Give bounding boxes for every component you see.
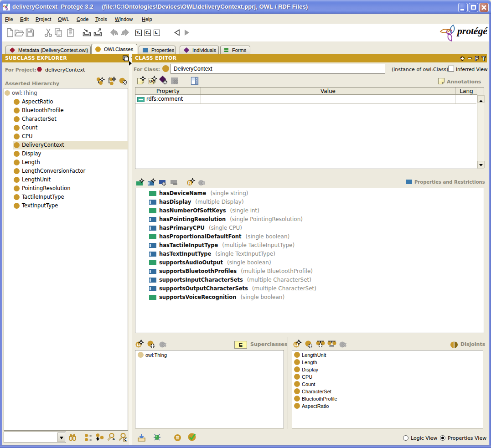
- add-disjoint-siblings-icon[interactable]: [315, 339, 326, 350]
- tree-row[interactable]: LengthUnit: [5, 175, 127, 184]
- tree-row[interactable]: BluetoothProfile: [5, 106, 127, 115]
- tree-row[interactable]: CharacterSet: [5, 115, 127, 124]
- disjoint-row[interactable]: Count: [292, 381, 481, 388]
- column-header-lang[interactable]: Lang: [455, 88, 477, 95]
- annotations-scrollbar[interactable]: [477, 95, 484, 169]
- tab-metadata[interactable]: Metadata (DeliveryContext.owl): [5, 46, 91, 54]
- infer-types-icon[interactable]: [174, 434, 181, 442]
- instance-browser-icon[interactable]: I▸: [154, 30, 160, 36]
- create-object-property-icon[interactable]: [147, 178, 157, 188]
- property-row[interactable]: supportsOutputCharacterSets(multiple Cha…: [135, 284, 484, 293]
- bottom-panel-divider[interactable]: [288, 337, 288, 429]
- redo-icon[interactable]: [120, 28, 129, 37]
- tree-row[interactable]: PointingResolution: [5, 184, 127, 193]
- open-project-icon[interactable]: [14, 28, 24, 37]
- property-row[interactable]: hasDeviceName(single string): [135, 189, 484, 198]
- property-row[interactable]: supportsAudioOutput(single boolean): [135, 258, 484, 267]
- property-row[interactable]: supportsBluetoothProfiles(multiple Bluet…: [135, 267, 484, 276]
- binoculars-search-icon[interactable]: [68, 433, 77, 442]
- tab-properties[interactable]: Properties: [139, 46, 176, 54]
- tree-row[interactable]: CPU: [5, 132, 127, 141]
- tab-individuals[interactable]: Individuals: [180, 46, 219, 54]
- create-datatype-property-icon[interactable]: [135, 178, 145, 188]
- delete-annotation-icon[interactable]: [170, 76, 180, 86]
- menu-edit[interactable]: Edit: [20, 14, 29, 24]
- logic-view-radio[interactable]: [403, 435, 408, 441]
- property-row[interactable]: hasDisplay(multiple Display): [135, 198, 484, 206]
- remove-property-icon[interactable]: [170, 178, 180, 188]
- header-plus-icon[interactable]: +: [459, 55, 466, 62]
- class-search-combobox[interactable]: [4, 432, 66, 443]
- tree-row[interactable]: Display: [5, 149, 127, 158]
- save-inferred-icon[interactable]: [137, 433, 146, 442]
- find-class-icon[interactable]: a: [106, 433, 116, 442]
- superclass-row[interactable]: owl:Thing: [135, 351, 284, 359]
- column-header-value[interactable]: Value: [201, 88, 455, 95]
- header-f-icon[interactable]: F: [473, 55, 481, 62]
- create-subclass-icon[interactable]: [108, 76, 117, 86]
- disjoint-row[interactable]: LengthUnit: [292, 351, 481, 359]
- new-project-icon[interactable]: [5, 28, 15, 37]
- disjoint-row[interactable]: CPU: [292, 373, 481, 381]
- maximize-button[interactable]: [469, 3, 478, 12]
- menu-owl[interactable]: OWL: [58, 14, 69, 24]
- property-row[interactable]: hasTactileInputType(multiple TactileInpu…: [135, 241, 484, 250]
- menu-tools[interactable]: Tools: [95, 14, 107, 24]
- close-button[interactable]: [479, 3, 489, 12]
- add-annotation-property-icon[interactable]: [159, 76, 169, 86]
- annotation-row[interactable]: rdfs:comment: [135, 95, 476, 104]
- header-minus-icon[interactable]: −: [466, 55, 473, 62]
- property-row[interactable]: hasNumberOfSoftKeys(single int): [135, 206, 484, 215]
- panel-splitter[interactable]: [129, 54, 132, 445]
- inferred-view-checkbox[interactable]: [448, 66, 454, 72]
- find-class-c-icon[interactable]: C: [118, 433, 127, 442]
- add-superclass-class-icon[interactable]: [134, 339, 145, 350]
- tree-row[interactable]: Length: [5, 158, 127, 167]
- paste-icon[interactable]: [66, 28, 75, 37]
- property-row[interactable]: hasPrimaryCPU(single CPU): [135, 224, 484, 232]
- tree-row[interactable]: TextInputType: [5, 201, 127, 210]
- disjoint-row[interactable]: Length: [292, 359, 481, 366]
- archive-export-icon[interactable]: [93, 28, 103, 37]
- create-annotation-icon[interactable]: [136, 76, 146, 86]
- undo-icon[interactable]: [110, 28, 119, 37]
- combo-dropdown-button[interactable]: [57, 433, 65, 442]
- property-row[interactable]: hasProportionalDefaultFont(single boolea…: [135, 232, 484, 241]
- minimize-button[interactable]: [458, 3, 468, 12]
- add-disjoint-class-icon[interactable]: [292, 339, 302, 350]
- column-header-property[interactable]: Property: [135, 88, 201, 95]
- scroll-down-button[interactable]: [477, 161, 485, 168]
- remove-superclass-icon[interactable]: [158, 339, 168, 350]
- query-tab-icon[interactable]: ?▸: [135, 30, 142, 36]
- menu-help[interactable]: Help: [142, 14, 152, 24]
- move-down-icon[interactable]: [95, 433, 104, 442]
- menu-file[interactable]: File: [5, 14, 13, 24]
- property-row[interactable]: hasPointingResolution(single PointingRes…: [135, 215, 484, 224]
- property-row[interactable]: supportsVoiceRecognition(single boolean): [135, 293, 484, 302]
- delete-property-icon[interactable]: [197, 178, 207, 188]
- tree-row[interactable]: AspectRatio: [5, 98, 127, 106]
- disjoint-row[interactable]: CharacterSet: [292, 388, 481, 395]
- delete-class-icon[interactable]: [119, 76, 128, 86]
- add-property-icon[interactable]: [158, 178, 168, 188]
- check-consistency-bug-icon[interactable]: [153, 433, 161, 442]
- tree-row[interactable]: TactileInputType: [5, 193, 127, 201]
- tab-owlclasses[interactable]: OWLClasses: [91, 44, 137, 54]
- class-name-field[interactable]: DeliveryContext: [171, 64, 385, 74]
- class-browser-icon[interactable]: C▸: [145, 30, 151, 36]
- tree-row-owlthing[interactable]: owl:Thing: [5, 89, 127, 98]
- menu-window[interactable]: Window: [115, 14, 133, 24]
- tree-row[interactable]: LengthConversionFactor: [5, 167, 127, 175]
- disjoint-row[interactable]: BluetoothProfile: [292, 395, 481, 402]
- delete-disjoint-icon[interactable]: [338, 339, 348, 350]
- properties-view-radio[interactable]: [440, 435, 445, 441]
- check-mark-icon[interactable]: [187, 433, 197, 442]
- tree-row-selected[interactable]: DeliveryContext: [5, 141, 127, 149]
- tree-row[interactable]: Count: [5, 124, 127, 132]
- back-icon[interactable]: [173, 29, 181, 36]
- menu-code[interactable]: Code: [77, 14, 88, 24]
- scroll-up-button[interactable]: [477, 95, 485, 103]
- annotation-form-icon[interactable]: [190, 76, 200, 86]
- save-project-icon[interactable]: [25, 28, 35, 37]
- header-t-icon[interactable]: T: [480, 55, 487, 62]
